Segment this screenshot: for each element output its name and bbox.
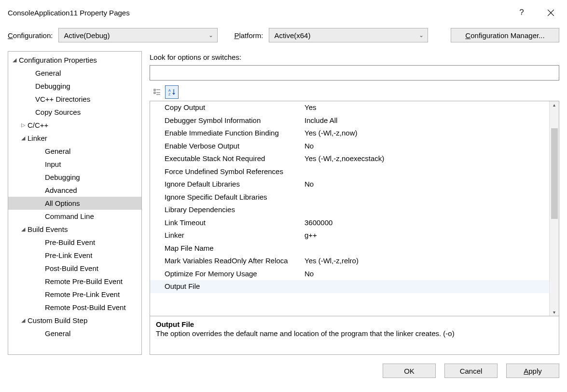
tree-item-label: Remote Pre-Build Event	[45, 277, 123, 285]
property-name: Library Dependencies	[165, 205, 304, 214]
property-name: Mark Variables ReadOnly After Reloca	[165, 257, 304, 265]
configuration-label: Configuration:	[8, 31, 53, 40]
svg-rect-4	[154, 92, 155, 94]
property-name: Force Undefined Symbol References	[165, 167, 304, 176]
tree-item[interactable]: Copy Sources	[8, 106, 141, 119]
expander-icon[interactable]: ◢	[11, 57, 18, 63]
tree-item[interactable]: General	[8, 327, 141, 340]
help-icon[interactable]: ?	[513, 5, 530, 20]
property-name: Ignore Default Libraries	[165, 180, 304, 188]
property-value[interactable]: Include All	[304, 116, 549, 124]
property-row[interactable]: Ignore Default LibrariesNo	[150, 178, 549, 191]
chevron-down-icon: ⌄	[208, 32, 213, 39]
close-icon[interactable]	[542, 5, 559, 20]
tree-item[interactable]: Command Line	[8, 210, 141, 223]
window-title: ConsoleApplication11 Property Pages	[8, 9, 130, 17]
property-row[interactable]: Enable Verbose OutputNo	[150, 140, 549, 153]
property-row[interactable]: Copy OutputYes	[150, 101, 549, 114]
right-panel: Look for options or switches: A Z	[150, 51, 559, 355]
expander-icon[interactable]: ▷	[20, 122, 27, 128]
tree-item-label: Linker	[28, 134, 47, 142]
tree-item[interactable]: Pre-Build Event	[8, 236, 141, 249]
tree-item-label: Remote Post-Build Event	[45, 303, 126, 311]
tree-item-label: Advanced	[45, 186, 77, 194]
property-row[interactable]: Debugger Symbol InformationInclude All	[150, 114, 549, 127]
tree-item[interactable]: ◢Build Events	[8, 223, 141, 236]
description-text: The option overrides the default name an…	[156, 329, 553, 338]
tree-item[interactable]: Debugging	[8, 80, 141, 93]
apply-button[interactable]: Apply	[506, 364, 559, 378]
tree-item[interactable]: Remote Pre-Build Event	[8, 275, 141, 288]
configuration-select[interactable]: Active(Debug) ⌄	[58, 28, 218, 42]
property-value[interactable]: 3600000	[304, 218, 549, 227]
property-value[interactable]: No	[304, 142, 549, 150]
ok-button[interactable]: OK	[383, 364, 436, 378]
scroll-thumb[interactable]	[551, 128, 558, 219]
tree-item[interactable]: ◢Custom Build Step	[8, 314, 141, 327]
platform-select[interactable]: Active(x64) ⌄	[269, 28, 428, 42]
scroll-down-icon[interactable]: ▾	[553, 309, 555, 316]
property-grid: Copy OutputYesDebugger Symbol Informatio…	[150, 101, 559, 355]
property-row[interactable]: Library Dependencies	[150, 203, 549, 216]
property-row[interactable]: Linkerg++	[150, 229, 549, 242]
property-row[interactable]: Executable Stack Not RequiredYes (-Wl,-z…	[150, 152, 549, 165]
config-row: Configuration: Active(Debug) ⌄ Platform:…	[0, 23, 567, 51]
description-title: Output File	[156, 320, 553, 328]
tree-item[interactable]: VC++ Directories	[8, 93, 141, 106]
property-value[interactable]: Yes (-Wl,-z,noexecstack)	[304, 154, 549, 162]
tree-item-label: Debugging	[45, 173, 80, 181]
property-value[interactable]: Yes	[304, 103, 549, 111]
search-input[interactable]	[150, 65, 559, 81]
categorize-icon[interactable]	[151, 85, 164, 99]
property-row[interactable]: Optimize For Memory UsageNo	[150, 268, 549, 281]
tree-item[interactable]: Post-Build Event	[8, 262, 141, 275]
property-value[interactable]: No	[304, 180, 549, 188]
tree-item[interactable]: Remote Pre-Link Event	[8, 288, 141, 301]
property-value[interactable]: No	[304, 270, 549, 278]
alphabetize-icon[interactable]: A Z	[165, 85, 179, 99]
cancel-button[interactable]: Cancel	[444, 364, 498, 378]
tree-item-label: Command Line	[45, 212, 94, 220]
tree-item-label: C/C++	[28, 121, 48, 129]
tree-item-label: All Options	[45, 199, 80, 207]
tree-item[interactable]: Input	[8, 158, 141, 171]
tree-item[interactable]: General	[8, 67, 141, 80]
scroll-up-icon[interactable]: ▴	[553, 101, 555, 108]
property-name: Ignore Specific Default Libraries	[165, 193, 304, 201]
property-row[interactable]: Map File Name	[150, 242, 549, 255]
body: ◢ Configuration Properties General Debug…	[0, 51, 567, 355]
property-row[interactable]: Mark Variables ReadOnly After RelocaYes …	[150, 255, 549, 268]
tree-item[interactable]: Advanced	[8, 184, 141, 197]
vertical-scrollbar[interactable]: ▴ ▾	[549, 101, 559, 316]
property-name: Link Timeout	[165, 218, 304, 227]
property-name: Map File Name	[165, 244, 304, 252]
tree-item[interactable]: ◢Linker	[8, 132, 141, 145]
chevron-down-icon: ⌄	[419, 32, 424, 39]
tree-item-label: Build Events	[28, 225, 68, 233]
property-value[interactable]: Yes (-Wl,-z,now)	[304, 129, 549, 137]
property-row[interactable]: Link Timeout3600000	[150, 216, 549, 230]
expander-icon[interactable]: ◢	[20, 226, 27, 232]
tree-item[interactable]: Pre-Link Event	[8, 249, 141, 262]
tree-item[interactable]: All Options	[8, 197, 141, 210]
tree-item[interactable]: Debugging	[8, 171, 141, 184]
tree-root[interactable]: ◢ Configuration Properties	[8, 54, 141, 67]
tree-item-label: General	[45, 147, 70, 155]
tree-item[interactable]: General	[8, 145, 141, 158]
property-name: Output File	[165, 282, 304, 290]
configuration-manager-button[interactable]: Configuration Manager...	[451, 28, 559, 42]
svg-marker-10	[172, 93, 175, 95]
expander-icon[interactable]: ◢	[20, 317, 27, 324]
tree-item-label: Remote Pre-Link Event	[45, 290, 120, 298]
property-row[interactable]: Ignore Specific Default Libraries	[150, 191, 549, 204]
expander-icon[interactable]: ◢	[20, 135, 27, 141]
property-value[interactable]: Yes (-Wl,-z,relro)	[304, 257, 549, 265]
tree-item[interactable]: Remote Post-Build Event	[8, 301, 141, 314]
property-value[interactable]: g++	[304, 231, 549, 239]
tree-item[interactable]: ▷C/C++	[8, 119, 141, 132]
property-row[interactable]: Enable Immediate Function BindingYes (-W…	[150, 127, 549, 140]
property-name: Optimize For Memory Usage	[165, 270, 304, 278]
property-row[interactable]: Force Undefined Symbol References	[150, 165, 549, 178]
property-row[interactable]: Output File	[150, 280, 549, 293]
tree-item-label: Pre-Build Event	[45, 238, 95, 246]
